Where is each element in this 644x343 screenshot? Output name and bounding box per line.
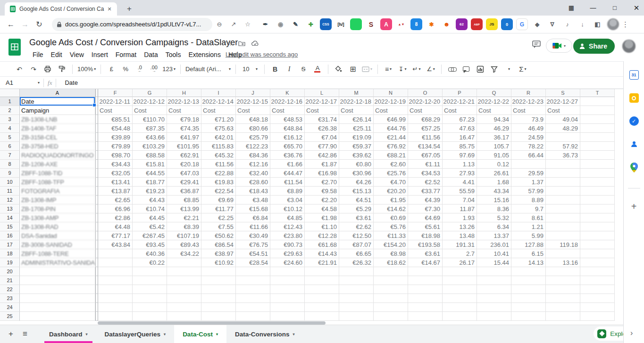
column-header-p[interactable]: P [443, 89, 477, 97]
filter-icon[interactable] [489, 64, 500, 75]
decrease-decimals-button[interactable]: .0← [134, 64, 145, 75]
cell[interactable] [408, 294, 443, 303]
cell[interactable]: €74.35 [167, 124, 201, 133]
cell[interactable]: Cost [339, 106, 374, 115]
cell[interactable] [408, 276, 443, 285]
cell[interactable] [236, 267, 270, 276]
campaign-cell[interactable]: FOTOGRAFIA [20, 187, 95, 196]
cell[interactable]: €26.32 [339, 258, 374, 267]
cell[interactable]: €33.77 [408, 187, 443, 196]
cell[interactable] [580, 267, 615, 276]
cell[interactable]: 1.21 [511, 222, 546, 231]
cell[interactable]: €25.79 [236, 133, 270, 142]
cell[interactable]: 29.59 [511, 169, 546, 178]
row-header-16[interactable]: 16 [0, 231, 20, 240]
cell[interactable] [511, 285, 546, 294]
cell[interactable]: €36.87 [167, 187, 201, 196]
cell[interactable] [408, 285, 443, 294]
cell[interactable]: €85.51 [98, 115, 133, 124]
cell[interactable]: €122.23 [236, 142, 270, 151]
account-avatar[interactable] [622, 40, 636, 53]
print-icon[interactable] [42, 64, 53, 75]
cell[interactable]: €10.74 [133, 204, 167, 213]
cell[interactable]: €42.01 [201, 133, 236, 142]
meet-button[interactable]: ▾ [546, 39, 572, 53]
cell[interactable]: €26.14 [339, 115, 374, 124]
cell[interactable]: €9.58 [305, 187, 339, 196]
cell[interactable]: 2022-12-21 [443, 97, 477, 106]
cell[interactable] [477, 312, 511, 321]
cell[interactable] [167, 258, 201, 267]
cell[interactable]: €0.22 [133, 258, 167, 267]
cell[interactable]: €4.26 [339, 178, 374, 187]
cell[interactable]: 43.34 [477, 187, 511, 196]
cell[interactable]: 8.89 [511, 196, 546, 204]
name-box-dropdown-icon[interactable]: ▾ [38, 81, 40, 85]
row-header-24[interactable]: 24 [0, 303, 20, 312]
column-header-j[interactable]: J [236, 89, 270, 97]
column-header-m[interactable]: M [339, 89, 374, 97]
cell[interactable] [546, 285, 580, 294]
camera-extension-icon[interactable]: ◉ [275, 18, 286, 30]
cell[interactable]: 1.13 [443, 160, 477, 169]
bookmark-star-icon[interactable]: ☆ [241, 21, 255, 28]
cell[interactable]: €39.89 [98, 133, 133, 142]
cell[interactable] [20, 267, 95, 276]
cell[interactable]: €76.75 [236, 240, 270, 249]
cell[interactable]: €18.43 [236, 187, 270, 196]
cell[interactable]: 6.34 [477, 222, 511, 231]
row-header-20[interactable]: 20 [0, 267, 20, 276]
cell[interactable]: €2.25 [201, 213, 236, 222]
sheet-tab-menu-icon[interactable]: ▾ [164, 332, 166, 336]
cell[interactable] [270, 276, 305, 285]
cell[interactable]: €1.98 [305, 213, 339, 222]
cell[interactable]: €48.18 [236, 115, 270, 124]
add-sheet-button[interactable]: + [4, 325, 18, 343]
cell[interactable]: €93.45 [133, 240, 167, 249]
cell[interactable] [443, 285, 477, 294]
cell[interactable]: €4.70 [374, 178, 408, 187]
cell[interactable]: €107.19 [167, 231, 201, 240]
select-all-corner[interactable] [0, 89, 20, 97]
increase-decimals-button[interactable]: .00→ [148, 64, 159, 75]
cell[interactable] [546, 187, 580, 196]
cell[interactable] [546, 213, 580, 222]
cell[interactable]: 4.41 [443, 178, 477, 187]
cell[interactable] [201, 312, 236, 321]
document-title[interactable]: Google Ads Cost / Conversion Campaigns -… [29, 38, 238, 48]
cell[interactable] [374, 276, 408, 285]
column-header-n[interactable]: N [374, 89, 408, 97]
cell[interactable]: €12.16 [236, 160, 270, 169]
cell[interactable] [546, 294, 580, 303]
cell[interactable]: €5.76 [374, 222, 408, 231]
cell[interactable]: Cost [167, 106, 201, 115]
campaign-cell[interactable]: ZB-3158-CEL [20, 133, 95, 142]
cell[interactable]: 66.44 [511, 151, 546, 160]
column-header-s[interactable]: S [546, 89, 580, 97]
all-sheets-button[interactable]: ≡ [18, 325, 32, 343]
cell[interactable] [580, 115, 615, 124]
cell[interactable]: 91.05 [477, 151, 511, 160]
cell[interactable] [236, 303, 270, 312]
cell[interactable] [305, 285, 339, 294]
sheet-tab-data-cost[interactable]: Data-Cost▾ [174, 325, 226, 343]
half-square-extension-icon[interactable]: ◧ [592, 18, 603, 30]
column-header-a[interactable]: A [20, 89, 95, 97]
cell[interactable] [98, 267, 133, 276]
cell[interactable]: 26.17 [443, 258, 477, 267]
cell[interactable]: €15.68 [236, 204, 270, 213]
horizontal-align-menu[interactable]: ≡▾ [383, 64, 394, 75]
cell[interactable]: €16.12 [270, 133, 305, 142]
insert-link-icon[interactable] [446, 64, 458, 75]
confetti-extension-icon[interactable]: ✱ [426, 18, 437, 30]
cell[interactable] [580, 196, 615, 204]
campaign-cell[interactable]: RADIOQUADONORTINGO [20, 151, 95, 160]
seo-extension-icon[interactable]: S [365, 18, 377, 30]
cell[interactable]: 13.48 [443, 231, 477, 240]
cell[interactable]: €32.40 [236, 169, 270, 178]
santa-extension-icon[interactable]: ☻ [441, 18, 452, 30]
cell[interactable] [201, 285, 236, 294]
cell[interactable]: Cost [511, 106, 546, 115]
campaign-cell[interactable]: ZB-1308-LNB [20, 115, 95, 124]
cell[interactable] [408, 312, 443, 321]
